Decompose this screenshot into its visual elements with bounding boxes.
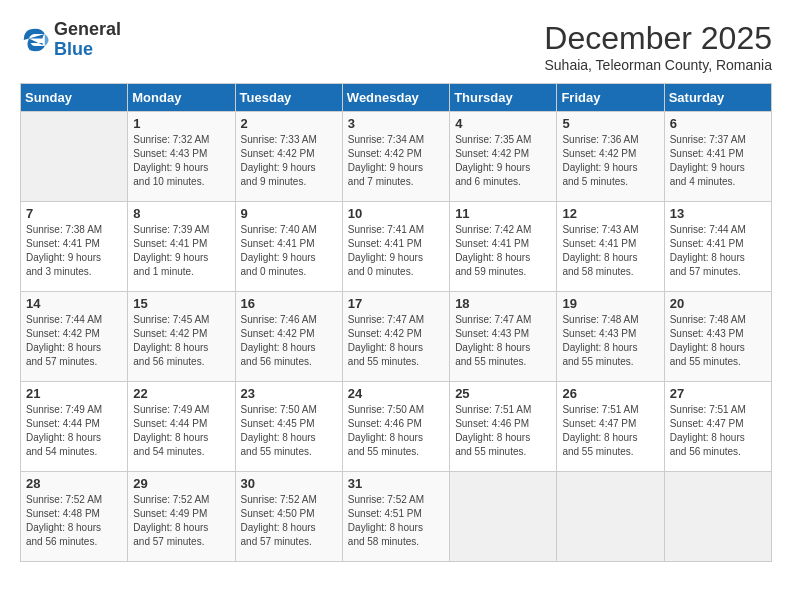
day-number: 28 bbox=[26, 476, 122, 491]
day-number: 14 bbox=[26, 296, 122, 311]
calendar-cell: 6Sunrise: 7:37 AM Sunset: 4:41 PM Daylig… bbox=[664, 112, 771, 202]
calendar-cell: 10Sunrise: 7:41 AM Sunset: 4:41 PM Dayli… bbox=[342, 202, 449, 292]
calendar-cell: 26Sunrise: 7:51 AM Sunset: 4:47 PM Dayli… bbox=[557, 382, 664, 472]
calendar-cell: 24Sunrise: 7:50 AM Sunset: 4:46 PM Dayli… bbox=[342, 382, 449, 472]
day-info: Sunrise: 7:49 AM Sunset: 4:44 PM Dayligh… bbox=[133, 403, 229, 459]
calendar-cell: 17Sunrise: 7:47 AM Sunset: 4:42 PM Dayli… bbox=[342, 292, 449, 382]
calendar-cell bbox=[450, 472, 557, 562]
calendar-cell: 2Sunrise: 7:33 AM Sunset: 4:42 PM Daylig… bbox=[235, 112, 342, 202]
day-info: Sunrise: 7:34 AM Sunset: 4:42 PM Dayligh… bbox=[348, 133, 444, 189]
day-info: Sunrise: 7:47 AM Sunset: 4:43 PM Dayligh… bbox=[455, 313, 551, 369]
day-number: 26 bbox=[562, 386, 658, 401]
day-number: 8 bbox=[133, 206, 229, 221]
calendar-cell: 9Sunrise: 7:40 AM Sunset: 4:41 PM Daylig… bbox=[235, 202, 342, 292]
calendar-day-header: Monday bbox=[128, 84, 235, 112]
calendar-cell: 23Sunrise: 7:50 AM Sunset: 4:45 PM Dayli… bbox=[235, 382, 342, 472]
day-info: Sunrise: 7:50 AM Sunset: 4:45 PM Dayligh… bbox=[241, 403, 337, 459]
calendar-week-row: 14Sunrise: 7:44 AM Sunset: 4:42 PM Dayli… bbox=[21, 292, 772, 382]
day-info: Sunrise: 7:44 AM Sunset: 4:42 PM Dayligh… bbox=[26, 313, 122, 369]
calendar-cell: 22Sunrise: 7:49 AM Sunset: 4:44 PM Dayli… bbox=[128, 382, 235, 472]
day-info: Sunrise: 7:40 AM Sunset: 4:41 PM Dayligh… bbox=[241, 223, 337, 279]
location-subtitle: Suhaia, Teleorman County, Romania bbox=[544, 57, 772, 73]
calendar-cell: 18Sunrise: 7:47 AM Sunset: 4:43 PM Dayli… bbox=[450, 292, 557, 382]
day-number: 12 bbox=[562, 206, 658, 221]
calendar-cell bbox=[557, 472, 664, 562]
calendar-cell: 16Sunrise: 7:46 AM Sunset: 4:42 PM Dayli… bbox=[235, 292, 342, 382]
day-number: 5 bbox=[562, 116, 658, 131]
day-info: Sunrise: 7:43 AM Sunset: 4:41 PM Dayligh… bbox=[562, 223, 658, 279]
day-info: Sunrise: 7:47 AM Sunset: 4:42 PM Dayligh… bbox=[348, 313, 444, 369]
calendar-day-header: Tuesday bbox=[235, 84, 342, 112]
day-number: 23 bbox=[241, 386, 337, 401]
calendar-cell: 11Sunrise: 7:42 AM Sunset: 4:41 PM Dayli… bbox=[450, 202, 557, 292]
day-info: Sunrise: 7:49 AM Sunset: 4:44 PM Dayligh… bbox=[26, 403, 122, 459]
calendar-day-header: Sunday bbox=[21, 84, 128, 112]
calendar-week-row: 28Sunrise: 7:52 AM Sunset: 4:48 PM Dayli… bbox=[21, 472, 772, 562]
calendar-cell bbox=[21, 112, 128, 202]
day-number: 31 bbox=[348, 476, 444, 491]
day-info: Sunrise: 7:48 AM Sunset: 4:43 PM Dayligh… bbox=[670, 313, 766, 369]
day-info: Sunrise: 7:41 AM Sunset: 4:41 PM Dayligh… bbox=[348, 223, 444, 279]
calendar-cell: 29Sunrise: 7:52 AM Sunset: 4:49 PM Dayli… bbox=[128, 472, 235, 562]
logo-icon bbox=[20, 25, 50, 55]
page-header: General Blue December 2025 Suhaia, Teleo… bbox=[20, 20, 772, 73]
calendar-day-header: Wednesday bbox=[342, 84, 449, 112]
day-info: Sunrise: 7:33 AM Sunset: 4:42 PM Dayligh… bbox=[241, 133, 337, 189]
calendar-week-row: 21Sunrise: 7:49 AM Sunset: 4:44 PM Dayli… bbox=[21, 382, 772, 472]
day-info: Sunrise: 7:45 AM Sunset: 4:42 PM Dayligh… bbox=[133, 313, 229, 369]
calendar-cell: 12Sunrise: 7:43 AM Sunset: 4:41 PM Dayli… bbox=[557, 202, 664, 292]
title-block: December 2025 Suhaia, Teleorman County, … bbox=[544, 20, 772, 73]
day-number: 30 bbox=[241, 476, 337, 491]
day-number: 27 bbox=[670, 386, 766, 401]
day-number: 1 bbox=[133, 116, 229, 131]
day-info: Sunrise: 7:52 AM Sunset: 4:51 PM Dayligh… bbox=[348, 493, 444, 549]
day-number: 21 bbox=[26, 386, 122, 401]
day-info: Sunrise: 7:51 AM Sunset: 4:46 PM Dayligh… bbox=[455, 403, 551, 459]
day-number: 9 bbox=[241, 206, 337, 221]
day-info: Sunrise: 7:32 AM Sunset: 4:43 PM Dayligh… bbox=[133, 133, 229, 189]
calendar-cell bbox=[664, 472, 771, 562]
day-info: Sunrise: 7:36 AM Sunset: 4:42 PM Dayligh… bbox=[562, 133, 658, 189]
calendar-cell: 19Sunrise: 7:48 AM Sunset: 4:43 PM Dayli… bbox=[557, 292, 664, 382]
day-number: 11 bbox=[455, 206, 551, 221]
calendar-cell: 31Sunrise: 7:52 AM Sunset: 4:51 PM Dayli… bbox=[342, 472, 449, 562]
calendar-cell: 8Sunrise: 7:39 AM Sunset: 4:41 PM Daylig… bbox=[128, 202, 235, 292]
day-number: 13 bbox=[670, 206, 766, 221]
day-info: Sunrise: 7:38 AM Sunset: 4:41 PM Dayligh… bbox=[26, 223, 122, 279]
calendar-body: 1Sunrise: 7:32 AM Sunset: 4:43 PM Daylig… bbox=[21, 112, 772, 562]
calendar-cell: 4Sunrise: 7:35 AM Sunset: 4:42 PM Daylig… bbox=[450, 112, 557, 202]
day-number: 20 bbox=[670, 296, 766, 311]
calendar-header-row: SundayMondayTuesdayWednesdayThursdayFrid… bbox=[21, 84, 772, 112]
day-number: 24 bbox=[348, 386, 444, 401]
day-number: 19 bbox=[562, 296, 658, 311]
day-number: 7 bbox=[26, 206, 122, 221]
day-number: 10 bbox=[348, 206, 444, 221]
day-number: 15 bbox=[133, 296, 229, 311]
calendar-cell: 25Sunrise: 7:51 AM Sunset: 4:46 PM Dayli… bbox=[450, 382, 557, 472]
calendar-cell: 7Sunrise: 7:38 AM Sunset: 4:41 PM Daylig… bbox=[21, 202, 128, 292]
day-info: Sunrise: 7:35 AM Sunset: 4:42 PM Dayligh… bbox=[455, 133, 551, 189]
calendar-cell: 14Sunrise: 7:44 AM Sunset: 4:42 PM Dayli… bbox=[21, 292, 128, 382]
day-number: 2 bbox=[241, 116, 337, 131]
calendar-cell: 15Sunrise: 7:45 AM Sunset: 4:42 PM Dayli… bbox=[128, 292, 235, 382]
day-info: Sunrise: 7:46 AM Sunset: 4:42 PM Dayligh… bbox=[241, 313, 337, 369]
calendar-cell: 13Sunrise: 7:44 AM Sunset: 4:41 PM Dayli… bbox=[664, 202, 771, 292]
day-info: Sunrise: 7:51 AM Sunset: 4:47 PM Dayligh… bbox=[562, 403, 658, 459]
day-number: 18 bbox=[455, 296, 551, 311]
calendar-cell: 27Sunrise: 7:51 AM Sunset: 4:47 PM Dayli… bbox=[664, 382, 771, 472]
day-info: Sunrise: 7:42 AM Sunset: 4:41 PM Dayligh… bbox=[455, 223, 551, 279]
calendar-cell: 3Sunrise: 7:34 AM Sunset: 4:42 PM Daylig… bbox=[342, 112, 449, 202]
day-info: Sunrise: 7:52 AM Sunset: 4:48 PM Dayligh… bbox=[26, 493, 122, 549]
calendar-day-header: Thursday bbox=[450, 84, 557, 112]
logo-text: General Blue bbox=[54, 20, 121, 60]
day-info: Sunrise: 7:39 AM Sunset: 4:41 PM Dayligh… bbox=[133, 223, 229, 279]
calendar-week-row: 7Sunrise: 7:38 AM Sunset: 4:41 PM Daylig… bbox=[21, 202, 772, 292]
calendar-cell: 20Sunrise: 7:48 AM Sunset: 4:43 PM Dayli… bbox=[664, 292, 771, 382]
calendar-cell: 28Sunrise: 7:52 AM Sunset: 4:48 PM Dayli… bbox=[21, 472, 128, 562]
calendar-table: SundayMondayTuesdayWednesdayThursdayFrid… bbox=[20, 83, 772, 562]
calendar-cell: 30Sunrise: 7:52 AM Sunset: 4:50 PM Dayli… bbox=[235, 472, 342, 562]
day-number: 17 bbox=[348, 296, 444, 311]
calendar-week-row: 1Sunrise: 7:32 AM Sunset: 4:43 PM Daylig… bbox=[21, 112, 772, 202]
calendar-cell: 5Sunrise: 7:36 AM Sunset: 4:42 PM Daylig… bbox=[557, 112, 664, 202]
day-number: 4 bbox=[455, 116, 551, 131]
